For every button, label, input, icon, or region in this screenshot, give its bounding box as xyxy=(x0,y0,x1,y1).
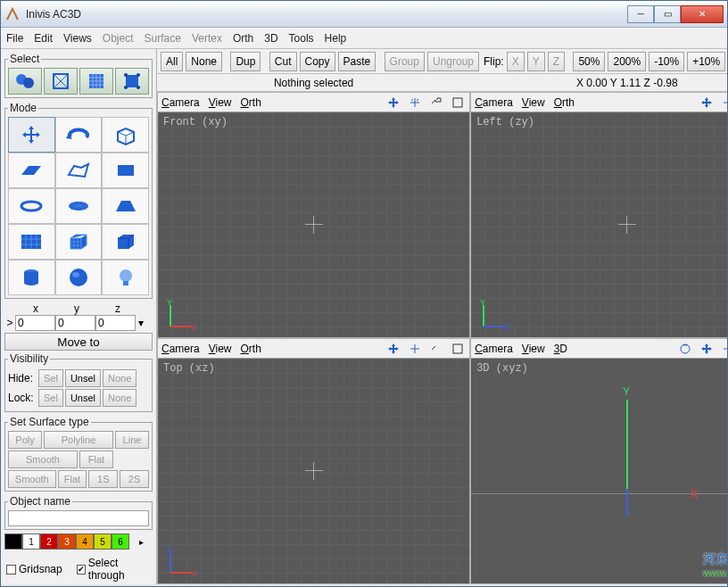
maximize-button[interactable]: ▭ xyxy=(654,5,681,23)
move-to-button[interactable]: Move to xyxy=(4,333,153,351)
palette-0[interactable] xyxy=(4,533,22,550)
mode-rotate[interactable] xyxy=(55,117,103,153)
vp-menu-orth[interactable]: Orth xyxy=(554,96,575,109)
surf-smooth2[interactable]: Smooth xyxy=(8,470,56,488)
mode-plane[interactable] xyxy=(8,153,55,188)
close-button[interactable]: ✕ xyxy=(681,5,724,23)
coord-y-input[interactable] xyxy=(55,315,95,331)
menu-help[interactable]: Help xyxy=(325,32,347,45)
mode-cube[interactable] xyxy=(102,224,149,260)
vp-menu-camera[interactable]: Camera xyxy=(161,96,200,109)
tb-flip-x[interactable]: X xyxy=(507,52,525,71)
menu-surface[interactable]: Surface xyxy=(145,32,181,45)
surf-flat[interactable]: Flat xyxy=(79,451,113,468)
menu-edit[interactable]: Edit xyxy=(34,32,53,45)
pan-icon[interactable] xyxy=(385,95,401,111)
viewport-canvas[interactable]: Front (xy) YX xyxy=(158,112,469,337)
tb-all[interactable]: All xyxy=(161,52,183,71)
tb-paste[interactable]: Paste xyxy=(338,52,376,71)
mode-rect[interactable] xyxy=(102,153,149,188)
vp-menu-camera[interactable]: Camera xyxy=(475,96,513,109)
mode-light[interactable] xyxy=(102,260,149,295)
tb-m10[interactable]: -10% xyxy=(649,52,684,71)
tb-dup[interactable]: Dup xyxy=(230,52,261,71)
gridsnap-checkbox[interactable]: Gridsnap xyxy=(6,563,62,575)
vp-menu-camera[interactable]: Camera xyxy=(475,343,513,355)
lock-unsel-button[interactable]: Unsel xyxy=(65,389,101,407)
pan-icon[interactable] xyxy=(699,95,715,111)
vp-menu-3d[interactable]: 3D xyxy=(554,343,567,355)
palette-4[interactable]: 4 xyxy=(76,533,94,550)
palette-1[interactable]: 1 xyxy=(22,533,40,550)
hide-sel-button[interactable]: Sel xyxy=(38,369,63,387)
viewport-canvas[interactable]: 3D (xyz) Y X 河东软件园 www.pc0359.cn xyxy=(471,359,728,583)
palette-scroll[interactable]: ▸ xyxy=(129,533,153,550)
select-through-checkbox[interactable]: ✔Select through xyxy=(77,557,151,582)
palette-3[interactable]: 3 xyxy=(58,533,76,550)
vp-menu-orth[interactable]: Orth xyxy=(241,343,261,355)
mode-cylinder[interactable] xyxy=(8,260,55,295)
orbit-icon[interactable] xyxy=(677,341,693,357)
tb-group[interactable]: Group xyxy=(385,52,425,71)
vp-menu-orth[interactable]: Orth xyxy=(241,96,261,109)
tb-none[interactable]: None xyxy=(186,52,222,71)
mode-cube-wire[interactable] xyxy=(55,224,103,260)
tb-ungroup[interactable]: Ungroup xyxy=(427,52,479,71)
menu-file[interactable]: File xyxy=(6,32,23,45)
surf-polyline[interactable]: Polyline xyxy=(44,431,113,449)
select-mode-2[interactable] xyxy=(44,68,78,95)
coord-x-input[interactable] xyxy=(15,315,55,331)
surf-flat2[interactable]: Flat xyxy=(58,470,87,488)
vp-menu-view[interactable]: View xyxy=(522,343,545,355)
surf-2s[interactable]: 2S xyxy=(120,470,149,488)
vp-menu-view[interactable]: View xyxy=(209,96,232,109)
hide-unsel-button[interactable]: Unsel xyxy=(65,369,101,387)
lock-sel-button[interactable]: Sel xyxy=(38,389,63,407)
tb-200[interactable]: 200% xyxy=(608,52,646,71)
mode-trapezoid[interactable] xyxy=(102,188,149,224)
pan-icon[interactable] xyxy=(385,341,401,357)
maximize-icon[interactable] xyxy=(428,95,444,111)
zoom-icon[interactable] xyxy=(407,95,423,111)
menu-object[interactable]: Object xyxy=(103,32,134,45)
vp-menu-view[interactable]: View xyxy=(522,96,545,109)
tb-flip-z[interactable]: Z xyxy=(548,52,565,71)
hide-none-button[interactable]: None xyxy=(103,369,136,387)
menu-orth[interactable]: Orth xyxy=(233,32,253,45)
surf-1s[interactable]: 1S xyxy=(88,470,118,488)
select-mode-3[interactable] xyxy=(79,68,113,95)
vp-menu-camera[interactable]: Camera xyxy=(161,343,200,355)
select-mode-4[interactable] xyxy=(115,68,149,95)
expand-icon[interactable] xyxy=(450,341,466,357)
mode-sphere[interactable] xyxy=(55,260,103,295)
lock-none-button[interactable]: None xyxy=(103,389,136,407)
tb-cut[interactable]: Cut xyxy=(269,52,297,71)
palette-2[interactable]: 2 xyxy=(40,533,58,550)
mode-ellipse[interactable] xyxy=(8,188,55,224)
palette-5[interactable]: 5 xyxy=(94,533,112,550)
coord-z-input[interactable] xyxy=(95,315,136,331)
menu-tools[interactable]: Tools xyxy=(289,32,314,45)
zoom-icon[interactable] xyxy=(407,341,423,357)
surf-poly[interactable]: Poly xyxy=(8,431,42,449)
mode-extrude[interactable] xyxy=(102,117,149,153)
mode-disc[interactable] xyxy=(55,188,103,224)
menu-3d[interactable]: 3D xyxy=(264,32,277,45)
menu-vertex[interactable]: Vertex xyxy=(192,32,222,45)
tb-copy[interactable]: Copy xyxy=(300,52,335,71)
pan-icon[interactable] xyxy=(699,341,715,357)
surf-line[interactable]: Line xyxy=(115,431,149,449)
minimize-button[interactable]: ─ xyxy=(627,5,654,23)
maximize-icon[interactable] xyxy=(428,341,444,357)
mode-grid[interactable] xyxy=(8,224,55,260)
select-mode-1[interactable] xyxy=(8,68,42,95)
zoom-icon[interactable] xyxy=(720,341,728,357)
palette-6[interactable]: 6 xyxy=(112,533,129,550)
tb-50[interactable]: 50% xyxy=(573,52,605,71)
menu-views[interactable]: Views xyxy=(63,32,92,45)
coord-stepper[interactable]: ▾ xyxy=(136,317,146,329)
viewport-canvas[interactable]: Left (zy) YZ xyxy=(471,112,728,337)
surf-smooth[interactable]: Smooth xyxy=(8,451,78,468)
mode-move[interactable] xyxy=(8,117,55,153)
tb-flip-y[interactable]: Y xyxy=(527,52,545,71)
